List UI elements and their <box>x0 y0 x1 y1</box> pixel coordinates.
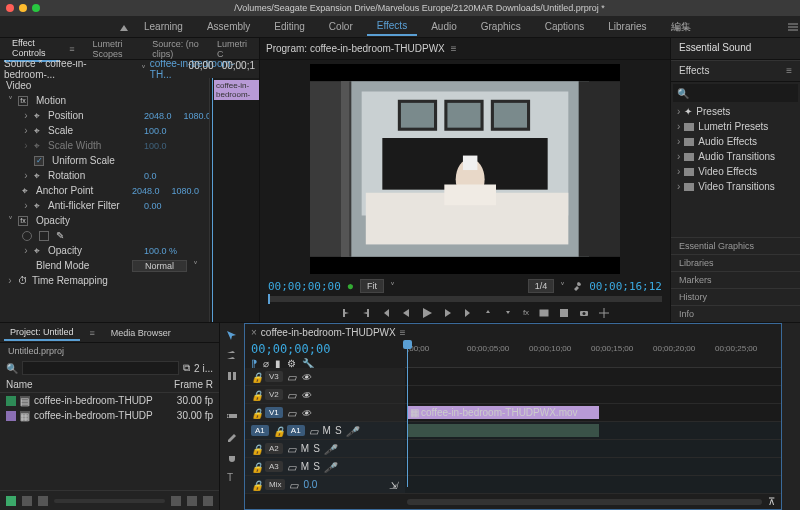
zoom-fit-select[interactable]: Fit <box>360 279 384 293</box>
playhead[interactable] <box>407 340 408 487</box>
extract-icon[interactable] <box>503 308 513 318</box>
fx-badge[interactable]: fx <box>18 96 28 106</box>
tab-project[interactable]: Project: Untitled <box>4 325 80 341</box>
program-tab[interactable]: Program: coffee-in-bedroom-THUDPWX <box>266 43 445 54</box>
audio-clip[interactable] <box>407 424 599 437</box>
effects-tab[interactable]: Effects <box>679 65 709 76</box>
track-a2[interactable]: A2 <box>265 443 283 454</box>
ws-edit-jp[interactable]: 編集 <box>661 17 701 37</box>
track-select-tool-icon[interactable] <box>225 349 239 363</box>
go-in-icon[interactable] <box>381 308 391 318</box>
antiflicker-value[interactable]: 0.00 <box>144 201 162 211</box>
essential-sound-title[interactable]: Essential Sound <box>671 38 800 60</box>
ws-assembly[interactable]: Assembly <box>197 18 260 35</box>
position-y[interactable]: 1080.0 <box>184 111 212 121</box>
project-row[interactable]: ▦coffee-in-bedroom-THUDP30.00 fp <box>0 408 219 423</box>
close-dot[interactable] <box>6 4 14 12</box>
program-monitor[interactable] <box>310 64 620 274</box>
resolution-select[interactable]: 1/4 <box>528 279 555 293</box>
mask-ellipse-icon[interactable] <box>22 231 32 241</box>
info-panel[interactable]: Info <box>671 305 800 322</box>
timeline-track-area[interactable]: ▦coffee-in-bedroom-THUDPWX.mov <box>405 368 781 494</box>
compare-icon[interactable] <box>559 308 569 318</box>
ws-learning[interactable]: Learning <box>134 18 193 35</box>
ws-effects[interactable]: Effects <box>367 17 417 36</box>
blend-mode-select[interactable]: Normal <box>132 260 187 272</box>
essential-graphics-panel[interactable]: Essential Graphics <box>671 237 800 254</box>
selection-tool-icon[interactable] <box>225 329 239 343</box>
project-row[interactable]: ▤coffee-in-bedroom-THUDP30.00 fp <box>0 393 219 408</box>
hand-tool-icon[interactable] <box>225 449 239 463</box>
export-frame-icon[interactable] <box>539 308 549 318</box>
ws-captions[interactable]: Captions <box>535 18 594 35</box>
go-out-icon[interactable] <box>463 308 473 318</box>
tab-media-browser[interactable]: Media Browser <box>105 326 177 340</box>
lumetri-presets-folder[interactable]: ›Lumetri Presets <box>671 119 800 134</box>
step-fwd-icon[interactable] <box>443 308 453 318</box>
ws-libraries[interactable]: Libraries <box>598 18 656 35</box>
tab-source[interactable]: Source: (no clips) <box>144 37 207 61</box>
history-panel[interactable]: History <box>671 288 800 305</box>
markers-panel[interactable]: Markers <box>671 271 800 288</box>
trash-icon[interactable] <box>203 496 213 506</box>
button-editor-icon[interactable] <box>599 308 609 318</box>
track-mix[interactable]: Mix <box>265 479 285 490</box>
pen-tool-icon[interactable] <box>225 429 239 443</box>
list-view-icon[interactable] <box>6 496 16 506</box>
freeform-view-icon[interactable] <box>38 496 48 506</box>
col-name[interactable]: Name <box>6 379 174 390</box>
scale-value[interactable]: 100.0 <box>144 126 167 136</box>
panel-menu-icon[interactable]: ≡ <box>61 42 82 56</box>
lift-icon[interactable] <box>483 308 493 318</box>
ec-mini-timeline[interactable]: coffee-in-bedroom- <box>209 78 259 322</box>
expand-icon[interactable]: ⇲ <box>389 480 399 490</box>
tab-lumetri-scopes[interactable]: Lumetri Scopes <box>85 37 143 61</box>
opacity-value[interactable]: 100.0 % <box>144 246 177 256</box>
tab-lumetri-color[interactable]: Lumetri C <box>209 37 255 61</box>
toggle-output-icon[interactable]: ▭ <box>287 372 297 382</box>
src-a1[interactable]: A1 <box>251 425 269 436</box>
effects-search[interactable]: 🔍 <box>673 84 798 102</box>
libraries-panel[interactable]: Libraries <box>671 254 800 271</box>
lock-icon[interactable]: 🔒 <box>251 372 261 382</box>
overflow-icon[interactable] <box>786 20 800 34</box>
mark-out-icon[interactable] <box>361 308 371 318</box>
timeline-zoom-scroll[interactable] <box>407 499 762 505</box>
type-tool-icon[interactable]: T <box>225 469 239 483</box>
track-v1[interactable]: V1 <box>265 407 283 418</box>
video-transitions-folder[interactable]: ›Video Transitions <box>671 179 800 194</box>
ws-audio[interactable]: Audio <box>421 18 467 35</box>
play-icon[interactable] <box>421 307 433 319</box>
track-a1[interactable]: A1 <box>287 425 305 436</box>
twirl-motion[interactable]: ˅ <box>6 97 14 105</box>
ripple-tool-icon[interactable] <box>225 369 239 383</box>
max-dot[interactable] <box>32 4 40 12</box>
wrench-icon[interactable] <box>571 280 583 292</box>
home-icon[interactable] <box>118 21 130 33</box>
mask-pen-icon[interactable]: ✎ <box>56 230 64 241</box>
icon-view-icon[interactable] <box>22 496 32 506</box>
position-x[interactable]: 2048.0 <box>144 111 172 121</box>
timeline-ruler[interactable]: ;00;00 00;00;05;00 00;00;10;00 00;00;15;… <box>405 340 781 368</box>
audio-transitions-folder[interactable]: ›Audio Transitions <box>671 149 800 164</box>
slip-tool-icon[interactable] <box>225 409 239 423</box>
mic-icon[interactable]: 🎤 <box>346 426 356 436</box>
add-marker-icon[interactable] <box>321 308 331 318</box>
fx-toggle-icon[interactable]: fx <box>523 308 529 317</box>
program-menu-icon[interactable]: ≡ <box>451 43 457 54</box>
uniform-scale-checkbox[interactable]: ✓ <box>34 156 44 166</box>
program-tc-left[interactable]: 00;00;00;00 <box>268 280 341 293</box>
video-effects-folder[interactable]: ›Video Effects <box>671 164 800 179</box>
zoom-slider[interactable] <box>54 499 165 503</box>
mask-rect-icon[interactable] <box>39 231 49 241</box>
sequence-tab[interactable]: coffee-in-bedroom-THUDPWX <box>261 327 396 338</box>
camera-icon[interactable] <box>579 308 589 318</box>
ws-editing[interactable]: Editing <box>264 18 315 35</box>
step-back-icon[interactable] <box>401 308 411 318</box>
bin-filter-icon[interactable]: ⧉ <box>183 362 190 374</box>
razor-tool-icon[interactable] <box>225 389 239 403</box>
video-clip[interactable]: ▦coffee-in-bedroom-THUDPWX.mov <box>407 406 599 419</box>
anchor-x[interactable]: 2048.0 <box>132 186 160 196</box>
rotation-value[interactable]: 0.0 <box>144 171 157 181</box>
eye-icon[interactable]: 👁 <box>301 372 311 382</box>
